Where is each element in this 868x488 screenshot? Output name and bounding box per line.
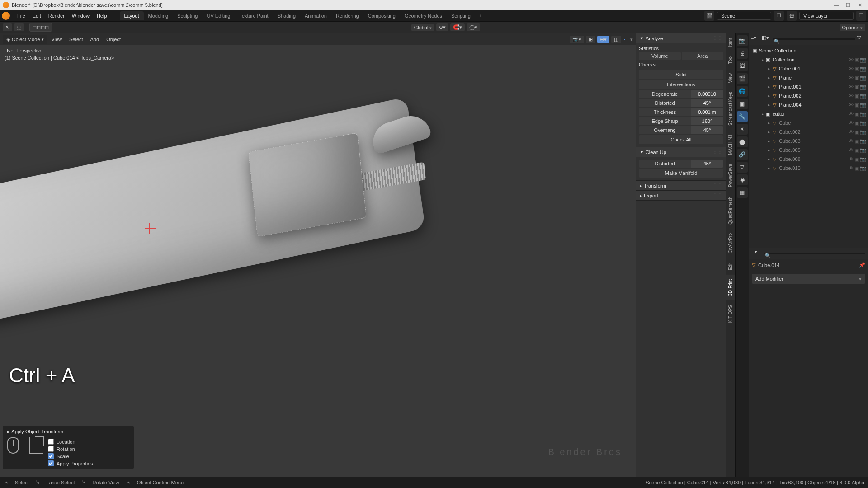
outliner-item[interactable]: ▸▣cutter👁▣📷 [749,109,868,118]
lastop-location-checkbox[interactable] [48,439,54,445]
tab-shading[interactable]: Shading [273,11,300,20]
tab-layout[interactable]: Layout [120,11,144,20]
eye-icon[interactable]: 👁 [849,102,854,108]
prop-tab-physics-icon[interactable]: ⬤ [737,136,748,147]
lastop-applyprops-checkbox[interactable] [48,460,54,466]
eye-icon[interactable]: 👁 [849,120,854,126]
prop-tab-viewlayer-icon[interactable]: 🖼 [737,61,748,71]
vtab-crvarrpro[interactable]: CrvArrPro [726,229,735,258]
orientation-dropdown[interactable]: Global [411,24,434,31]
tab-geonodes[interactable]: Geometry Nodes [400,11,447,20]
render-icon[interactable]: 📷 [860,120,866,126]
outliner-root[interactable]: ▣ Scene Collection [749,46,868,55]
np-distorted-button[interactable]: Distorted [639,99,691,107]
vtab-tool[interactable]: Tool [726,51,735,68]
menu-file[interactable]: File [14,10,29,21]
prop-tab-world-icon[interactable]: 🌐 [737,86,748,97]
render-icon[interactable]: 📷 [860,57,866,63]
np-clean-distorted-button[interactable]: Distorted [639,160,691,168]
prop-tab-object-icon[interactable]: ▣ [737,99,748,109]
xray-toggle-icon[interactable]: ◫ [611,36,621,43]
scene-name-field[interactable]: Scene [717,12,771,20]
eye-icon[interactable]: 👁 [849,165,854,171]
np-degenerate-value[interactable]: 0.00010 [691,90,723,98]
render-icon[interactable]: 📷 [860,165,866,171]
menu-window[interactable]: Window [68,10,93,21]
eye-icon[interactable]: 👁 [849,57,854,63]
render-icon[interactable]: 📷 [860,129,866,135]
gizmo-toggle-icon[interactable]: ⊕▾ [597,36,609,43]
outliner-item[interactable]: ▸▽Cube.002👁▣📷 [749,127,868,136]
render-icon[interactable]: 📷 [860,111,866,117]
selectable-icon[interactable]: ▣ [854,129,859,135]
outliner-item[interactable]: ▸▽Cube👁▣📷 [749,118,868,127]
camera-view-icon[interactable]: 📷▾ [570,36,584,43]
eye-icon[interactable]: 👁 [849,66,854,72]
np-makemanifold-button[interactable]: Make Manifold [639,169,723,178]
tab-compositing[interactable]: Compositing [363,11,400,20]
tab-modeling[interactable]: Modeling [144,11,173,20]
vtab-powersave[interactable]: PowerSave [726,160,735,192]
outliner-item[interactable]: ▸▽Cube.010👁▣📷 [749,164,868,173]
viewport-menu-add[interactable]: Add [87,37,103,42]
vtab-3dprint[interactable]: 3D-Print [726,275,735,300]
tab-scripting[interactable]: Scripting [447,11,475,20]
selectable-icon[interactable]: ▣ [854,84,859,90]
pivot-icon[interactable]: ⊙▾ [436,23,448,31]
properties-search-input[interactable] [764,253,865,254]
properties-editor-icon[interactable]: ≡▾ [752,249,761,258]
window-minimize-button[interactable]: — [831,1,842,9]
selectable-icon[interactable]: ▣ [854,57,859,63]
prop-tab-render-icon[interactable]: 📷 [737,35,748,46]
tool-select-icon[interactable]: ⬚ [14,23,24,31]
outliner-item[interactable]: ▸▣Collection👁▣📷 [749,55,868,64]
tab-uvediting[interactable]: UV Editing [202,11,235,20]
tab-sculpting[interactable]: Sculpting [173,11,202,20]
outliner-item[interactable]: ▸▽Plane.001👁▣📷 [749,82,868,91]
viewlayer-field[interactable]: View Layer [799,12,854,20]
mode-dropdown[interactable]: ◈ Object Mode ▾ [3,35,47,44]
selectable-icon[interactable]: ▣ [854,138,859,144]
vtab-screencast[interactable]: Screencast Keys [726,87,735,130]
selectable-icon[interactable]: ▣ [854,156,859,162]
overlays-toggle-icon[interactable]: ⊞ [586,36,595,43]
outliner-item[interactable]: ▸▽Cube.003👁▣📷 [749,136,868,145]
vtab-edit[interactable]: Edit [726,258,735,275]
viewport-menu-object[interactable]: Object [103,37,124,42]
last-operator-panel[interactable]: ▸ Apply Object Transform Location Rotati… [3,426,134,469]
selectable-icon[interactable]: ▣ [854,111,859,117]
outliner-item[interactable]: ▸▽Cube.001👁▣📷 [749,64,868,73]
np-distorted-value[interactable]: 45° [691,99,723,107]
window-maximize-button[interactable]: ☐ [843,1,854,9]
np-volume-button[interactable]: Volume [639,52,681,60]
selectable-icon[interactable]: ▣ [854,75,859,81]
render-icon[interactable]: 📷 [860,75,866,81]
proportional-edit-icon[interactable]: ◯▾ [467,23,480,31]
np-area-button[interactable]: Area [682,52,724,60]
outliner-editor-icon[interactable]: ≡▾ [751,35,760,44]
outliner-item[interactable]: ▸▽Cube.005👁▣📷 [749,145,868,155]
np-solid-button[interactable]: Solid [639,70,723,79]
np-clean-distorted-value[interactable]: 45° [691,160,723,168]
shading-options-dropdown[interactable]: ▾ [630,37,633,42]
outliner-filter-icon[interactable]: ▽ [857,35,866,44]
eye-icon[interactable]: 👁 [849,111,854,117]
eye-icon[interactable]: 👁 [849,138,854,144]
outliner-item[interactable]: ▸▽Plane👁▣📷 [749,73,868,82]
np-degenerate-button[interactable]: Degenerate [639,90,691,98]
np-thickness-value[interactable]: 0.001 m [691,108,723,116]
scene-browse-icon[interactable]: 🎬 [704,11,714,21]
np-thickness-button[interactable]: Thickness [639,108,691,116]
outliner-search-input[interactable] [773,38,855,40]
vtab-item[interactable]: Item [726,33,735,51]
options-dropdown[interactable]: Options [840,24,865,31]
scene-new-icon[interactable]: ❐ [774,11,784,21]
gizmo-toggle[interactable]: ◻◻◻◻ [29,23,52,32]
lastop-rotation-checkbox[interactable] [48,446,54,452]
tab-animation[interactable]: Animation [300,11,331,20]
selectable-icon[interactable]: ▣ [854,66,859,72]
render-icon[interactable]: 📷 [860,147,866,153]
np-intersections-button[interactable]: Intersections [639,80,723,89]
lastop-scale-checkbox[interactable] [48,453,54,459]
selectable-icon[interactable]: ▣ [854,120,859,126]
